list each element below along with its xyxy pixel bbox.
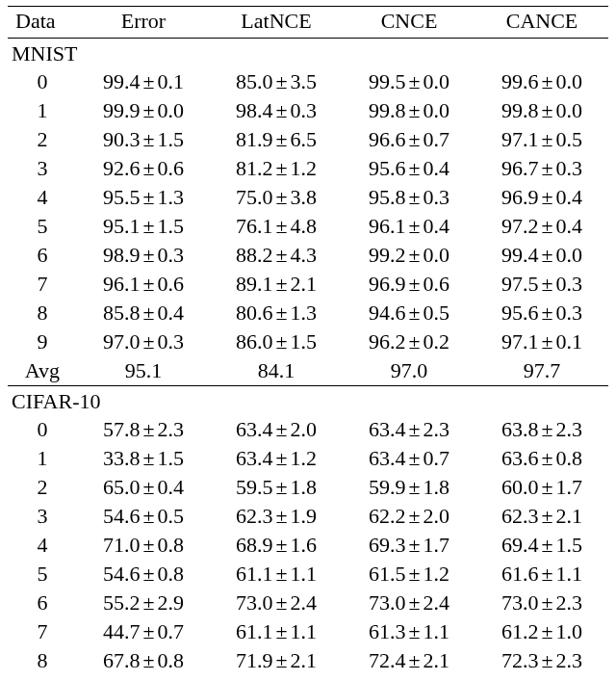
cell-latnce: 73.0±2.4 — [210, 589, 343, 617]
col-data: Data — [8, 7, 77, 39]
table-row: 885.8±0.480.6±1.394.6±0.595.6±0.3 — [8, 299, 608, 327]
cell-latnce: 71.9±2.1 — [210, 646, 343, 675]
cell-latnce: 59.5±1.8 — [210, 473, 343, 502]
cell-error: 36.4±1.1 — [77, 675, 210, 681]
cell-cnce: 63.4±0.7 — [343, 444, 475, 473]
cell-cance: 97.2±0.4 — [475, 212, 608, 241]
table-row: 354.6±0.562.3±1.962.2±2.062.3±2.1 — [8, 502, 608, 531]
col-cnce: CNCE — [343, 7, 475, 39]
cell-cance: 73.0±2.3 — [475, 589, 608, 617]
cell-error: 99.4±0.1 — [77, 67, 210, 96]
section-name: CIFAR-10 — [8, 386, 608, 416]
cell-cnce: 99.5±0.0 — [343, 67, 475, 96]
cell-error: 95.1±1.5 — [77, 212, 210, 241]
section-name: MNIST — [8, 39, 608, 68]
cell-error: 96.1±0.6 — [77, 270, 210, 299]
cell-cnce: 62.2±2.0 — [343, 502, 475, 531]
cell-error: 71.0±0.8 — [77, 531, 210, 560]
cell-latnce: 61.1±1.1 — [210, 560, 343, 589]
cell-error: 99.9±0.0 — [77, 96, 210, 125]
cell-cnce: 96.2±0.2 — [343, 327, 475, 356]
cell-cance: 99.6±0.0 — [475, 67, 608, 96]
avg-latnce: 84.1 — [210, 356, 343, 386]
cell-error: 65.0±0.4 — [77, 473, 210, 502]
cell-error: 33.8±1.5 — [77, 444, 210, 473]
cell-cnce: 66.9±1.7 — [343, 675, 475, 681]
cell-cance: 99.8±0.0 — [475, 96, 608, 125]
row-index: 4 — [8, 531, 77, 560]
cell-cance: 63.6±0.8 — [475, 444, 608, 473]
avg-error: 95.1 — [77, 356, 210, 386]
cell-latnce: 88.2±4.3 — [210, 241, 343, 270]
cell-cance: 97.5±0.3 — [475, 270, 608, 299]
cell-cnce: 73.0±2.4 — [343, 589, 475, 617]
row-index: 9 — [8, 675, 77, 681]
cell-latnce: 63.4±2.0 — [210, 415, 343, 444]
cell-cance: 72.3±2.3 — [475, 646, 608, 675]
results-table-container: Data Error LatNCE CNCE CANCE MNIST099.4±… — [0, 0, 616, 681]
row-index: 0 — [8, 415, 77, 444]
table-row: 133.8±1.563.4±1.263.4±0.763.6±0.8 — [8, 444, 608, 473]
cell-error: 98.9±0.3 — [77, 241, 210, 270]
table-row: 265.0±0.459.5±1.859.9±1.860.0±1.7 — [8, 473, 608, 502]
table-row: 744.7±0.761.1±1.161.3±1.161.2±1.0 — [8, 617, 608, 646]
cell-cnce: 61.3±1.1 — [343, 617, 475, 646]
cell-error: 54.6±0.8 — [77, 560, 210, 589]
col-latnce: LatNCE — [210, 7, 343, 39]
table-row: 471.0±0.868.9±1.669.3±1.769.4±1.5 — [8, 531, 608, 560]
cell-latnce: 98.4±0.3 — [210, 96, 343, 125]
row-index: 1 — [8, 444, 77, 473]
cell-cnce: 95.6±0.4 — [343, 154, 475, 183]
section-header: CIFAR-10 — [8, 386, 608, 416]
avg-cance: 97.7 — [475, 356, 608, 386]
row-index: 4 — [8, 183, 77, 212]
row-index: 7 — [8, 270, 77, 299]
table-row: 099.4±0.185.0±3.599.5±0.099.6±0.0 — [8, 67, 608, 96]
section-header: MNIST — [8, 39, 608, 68]
table-row: 554.6±0.861.1±1.161.5±1.261.6±1.1 — [8, 560, 608, 589]
cell-latnce: 68.9±1.6 — [210, 531, 343, 560]
cell-error: 95.5±1.3 — [77, 183, 210, 212]
cell-cance: 60.0±1.7 — [475, 473, 608, 502]
row-index: 8 — [8, 646, 77, 675]
cell-latnce: 75.0±3.8 — [210, 183, 343, 212]
cell-cnce: 69.3±1.7 — [343, 531, 475, 560]
cell-error: 54.6±0.5 — [77, 502, 210, 531]
cell-cnce: 72.4±2.1 — [343, 646, 475, 675]
row-index: 2 — [8, 473, 77, 502]
cell-latnce: 81.2±1.2 — [210, 154, 343, 183]
cell-cance: 62.3±2.1 — [475, 502, 608, 531]
table-row: 595.1±1.576.1±4.896.1±0.497.2±0.4 — [8, 212, 608, 241]
row-index: 2 — [8, 125, 77, 154]
cell-latnce: 81.9±6.5 — [210, 125, 343, 154]
cell-cance: 99.4±0.0 — [475, 241, 608, 270]
cell-latnce: 66.3±1.6 — [210, 675, 343, 681]
table-row: 997.0±0.386.0±1.596.2±0.297.1±0.1 — [8, 327, 608, 356]
table-row: 698.9±0.388.2±4.399.2±0.099.4±0.0 — [8, 241, 608, 270]
cell-cance: 66.5±1.5 — [475, 675, 608, 681]
table-row: 796.1±0.689.1±2.196.9±0.697.5±0.3 — [8, 270, 608, 299]
cell-latnce: 62.3±1.9 — [210, 502, 343, 531]
cell-cance: 61.6±1.1 — [475, 560, 608, 589]
table-row: 057.8±2.363.4±2.063.4±2.363.8±2.3 — [8, 415, 608, 444]
row-index: 6 — [8, 241, 77, 270]
cell-error: 55.2±2.9 — [77, 589, 210, 617]
cell-error: 57.8±2.3 — [77, 415, 210, 444]
table-row: 495.5±1.375.0±3.895.8±0.396.9±0.4 — [8, 183, 608, 212]
cell-error: 44.7±0.7 — [77, 617, 210, 646]
cell-cnce: 99.8±0.0 — [343, 96, 475, 125]
table-row: 655.2±2.973.0±2.473.0±2.473.0±2.3 — [8, 589, 608, 617]
cell-cance: 61.2±1.0 — [475, 617, 608, 646]
cell-cance: 69.4±1.5 — [475, 531, 608, 560]
col-error: Error — [77, 7, 210, 39]
cell-cance: 96.9±0.4 — [475, 183, 608, 212]
cell-cance: 97.1±0.5 — [475, 125, 608, 154]
cell-latnce: 86.0±1.5 — [210, 327, 343, 356]
avg-cnce: 97.0 — [343, 356, 475, 386]
cell-cance: 63.8±2.3 — [475, 415, 608, 444]
cell-latnce: 80.6±1.3 — [210, 299, 343, 327]
row-index: 1 — [8, 96, 77, 125]
cell-latnce: 85.0±3.5 — [210, 67, 343, 96]
table-row: 392.6±0.681.2±1.295.6±0.496.7±0.3 — [8, 154, 608, 183]
cell-cance: 96.7±0.3 — [475, 154, 608, 183]
